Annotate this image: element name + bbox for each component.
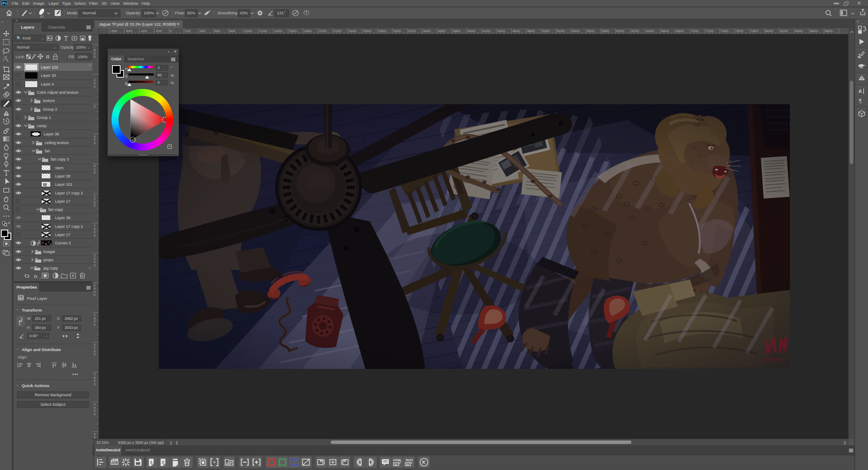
svg-text:Mode:: Mode:: [67, 10, 78, 15]
svg-text:1000: 1000: [244, 29, 252, 33]
svg-text:-200: -200: [155, 29, 162, 33]
svg-text:6800: 6800: [676, 29, 684, 33]
svg-text:-600: -600: [125, 29, 133, 33]
svg-text:TEXT: TEXT: [405, 459, 414, 462]
svg-text:8800: 8800: [825, 29, 833, 33]
svg-text:3000: 3000: [393, 29, 401, 33]
svg-text:7400: 7400: [721, 29, 729, 33]
svg-text:2400: 2400: [349, 29, 356, 33]
svg-text:A: A: [858, 89, 862, 94]
svg-text:50%: 50%: [187, 10, 196, 15]
svg-text:4000: 4000: [468, 29, 476, 33]
svg-text:5000: 5000: [542, 29, 550, 33]
svg-text:0: 0: [94, 55, 95, 59]
svg-text:0: 0: [94, 412, 95, 416]
svg-text:fx: fx: [34, 274, 38, 279]
svg-text:0: 0: [94, 323, 95, 327]
svg-text:0: 0: [94, 105, 95, 108]
svg-text:4600: 4600: [512, 29, 520, 33]
svg-text:7000: 7000: [691, 29, 699, 33]
svg-text:3400: 3400: [423, 29, 431, 33]
svg-text:6400: 6400: [646, 29, 654, 33]
svg-text:7800: 7800: [750, 29, 758, 33]
svg-text:Smoothing:: Smoothing:: [217, 10, 238, 15]
svg-text:0: 0: [94, 263, 95, 267]
svg-text:7600: 7600: [736, 29, 743, 33]
svg-text:2800: 2800: [378, 29, 386, 33]
svg-text:4800: 4800: [527, 29, 535, 33]
svg-text:0: 0: [94, 85, 95, 89]
svg-text:5600: 5600: [587, 29, 595, 33]
svg-text:Opacity:: Opacity:: [126, 10, 141, 15]
svg-text:1: 1: [150, 460, 152, 464]
svg-text:400: 400: [200, 29, 206, 33]
svg-text:131°: 131°: [277, 10, 286, 15]
svg-text:0: 0: [94, 352, 95, 356]
svg-text:0: 0: [170, 29, 172, 33]
svg-text:800: 800: [230, 29, 236, 33]
svg-text:Normal: Normal: [82, 10, 96, 15]
svg-text:»: »: [1, 20, 3, 24]
svg-text:600: 600: [214, 29, 220, 33]
svg-text:2000: 2000: [319, 29, 327, 33]
svg-text:8000: 8000: [766, 29, 773, 33]
svg-text:0: 0: [94, 233, 95, 237]
svg-text:8400: 8400: [795, 29, 803, 33]
svg-text:5400: 5400: [572, 29, 580, 33]
svg-text:2600: 2600: [363, 29, 371, 33]
svg-text:-800: -800: [110, 29, 118, 33]
svg-text:4200: 4200: [483, 29, 490, 33]
svg-text:100%: 100%: [144, 10, 155, 15]
svg-text:-400: -400: [140, 29, 148, 33]
svg-text:1600: 1600: [289, 29, 297, 33]
svg-text:43%: 43%: [240, 10, 248, 15]
svg-text:1200: 1200: [259, 29, 267, 33]
svg-text:1800: 1800: [304, 29, 312, 33]
svg-text:Flow:: Flow:: [175, 10, 185, 15]
svg-text:6200: 6200: [631, 29, 639, 33]
svg-text:7200: 7200: [706, 29, 713, 33]
svg-text:6600: 6600: [661, 29, 669, 33]
svg-text:2: 2: [162, 460, 164, 464]
svg-text:8600: 8600: [810, 29, 818, 33]
svg-text:0: 0: [94, 141, 95, 145]
svg-text:37: 37: [40, 15, 44, 19]
svg-text:5200: 5200: [557, 29, 565, 33]
svg-text:K: K: [422, 460, 426, 465]
svg-text:6000: 6000: [617, 29, 625, 33]
svg-text:0: 0: [94, 204, 95, 207]
svg-text:3600: 3600: [438, 29, 446, 33]
svg-text:0: 0: [94, 382, 95, 386]
svg-text:¶: ¶: [859, 98, 861, 104]
svg-text:0: 0: [94, 293, 95, 297]
svg-text:5800: 5800: [602, 29, 609, 33]
svg-text:2200: 2200: [334, 29, 342, 33]
svg-text:200: 200: [185, 29, 191, 33]
svg-text:1400: 1400: [274, 29, 282, 33]
svg-text:3800: 3800: [453, 29, 460, 33]
svg-text:4400: 4400: [497, 29, 505, 33]
svg-text:3200: 3200: [408, 29, 416, 33]
svg-text:HTML: HTML: [393, 459, 402, 462]
svg-text:0: 0: [94, 171, 95, 174]
svg-text:8200: 8200: [780, 29, 788, 33]
